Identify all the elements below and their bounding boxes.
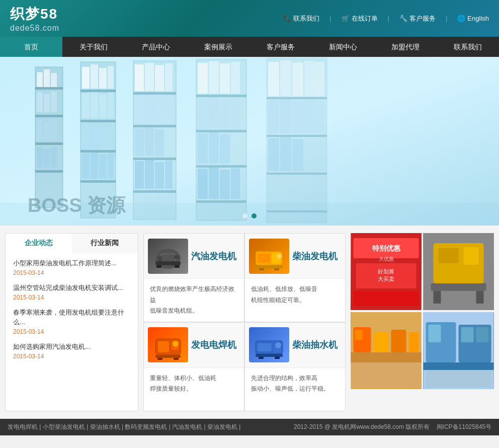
svg-rect-20 bbox=[80, 90, 116, 92]
product-desc-gasoline: 优良的燃烧效率产生极高经济效益低噪音发电机组。 bbox=[144, 279, 244, 322]
svg-rect-49 bbox=[145, 95, 154, 123]
banner-dot-2[interactable] bbox=[252, 213, 257, 218]
svg-rect-27 bbox=[108, 66, 114, 89]
svg-rect-35 bbox=[82, 154, 90, 179]
news-title-3[interactable]: 如何选购家用汽油发电机... bbox=[13, 342, 130, 351]
nav-item-about[interactable]: 关于我们 bbox=[62, 37, 125, 57]
svg-rect-110 bbox=[259, 268, 264, 270]
phone-icon: 📞 bbox=[283, 15, 291, 22]
nav-item-home[interactable]: 首页 bbox=[0, 37, 62, 57]
svg-text:大买卖: 大买卖 bbox=[378, 276, 394, 282]
news-date-0: 2015-03-14 bbox=[13, 269, 130, 276]
header-link-contact[interactable]: 📞 联系我们 bbox=[283, 14, 319, 23]
svg-rect-82 bbox=[267, 173, 327, 175]
photo-box-3[interactable] bbox=[351, 312, 422, 389]
svg-rect-13 bbox=[37, 120, 43, 140]
product-cell-pump[interactable]: 柴油抽水机 先进合理的结构，效率高振动小、噪声低，运行平稳。 bbox=[244, 322, 346, 411]
news-tab-industry[interactable]: 行业新闻 bbox=[72, 234, 138, 254]
banner-dot-1[interactable] bbox=[242, 213, 247, 218]
product-cell-diesel[interactable]: 柴油发电机 低油耗、低排放、低噪音机组性能稳定可靠。 bbox=[244, 233, 346, 322]
svg-rect-94 bbox=[268, 138, 279, 171]
product-title-cn-pump: 柴油抽水机 bbox=[292, 339, 341, 351]
footer-link-pump[interactable]: 柴油抽水机 bbox=[90, 423, 120, 430]
footer-link-inverter[interactable]: 数码变频发电机 bbox=[125, 423, 167, 430]
product-image-gasoline bbox=[148, 239, 188, 274]
wrench-icon: 🔧 bbox=[399, 15, 407, 22]
photo-box-1[interactable]: 特别优惠 大优惠 好划算 大买卖 bbox=[351, 233, 422, 310]
svg-point-123 bbox=[275, 342, 281, 348]
header-top: 织梦58 dede58.com 📞 联系我们 | 🛒 在线订单 | 🔧 客户服务… bbox=[0, 0, 499, 37]
nav-item-products[interactable]: 产品中心 bbox=[125, 37, 187, 57]
product-img-row-diesel: 柴油发电机 bbox=[245, 234, 345, 279]
svg-rect-66 bbox=[220, 63, 230, 94]
product-title-cn-diesel: 柴油发电机 bbox=[292, 250, 341, 262]
product-image-pump bbox=[249, 327, 289, 362]
svg-rect-68 bbox=[198, 98, 208, 128]
svg-rect-101 bbox=[158, 256, 162, 261]
svg-rect-156 bbox=[424, 362, 494, 370]
photo-row-top: 特别优惠 大优惠 好划算 大买卖 bbox=[351, 233, 494, 310]
svg-rect-37 bbox=[99, 155, 107, 179]
main-content: 企业动态 行业新闻 小型家用柴油发电机工作原理简述... 2015-03-14 … bbox=[0, 226, 499, 419]
product-title-gasoline: 汽油发电机 bbox=[191, 250, 240, 262]
nav-item-contact[interactable]: 联系我们 bbox=[437, 37, 499, 57]
svg-rect-65 bbox=[209, 61, 219, 94]
svg-rect-17 bbox=[44, 149, 50, 168]
header-links: 📞 联系我们 | 🛒 在线订单 | 🔧 客户服务 | 🌐 English bbox=[283, 14, 489, 23]
product-title-welder: 发电电焊机 bbox=[191, 339, 240, 351]
footer-link-small-diesel[interactable]: 小型柴油发电机 bbox=[43, 423, 85, 430]
cart-icon: 🛒 bbox=[342, 15, 350, 22]
svg-rect-41 bbox=[133, 125, 176, 127]
svg-rect-109 bbox=[256, 265, 283, 268]
logo-area: 织梦58 dede58.com bbox=[10, 5, 59, 33]
footer-link-diesel[interactable]: 柴油发电机 bbox=[207, 423, 237, 430]
svg-rect-16 bbox=[37, 147, 43, 168]
products-panel: 汽油发电机 优良的燃烧效率产生极高经济效益低噪音发电机组。 bbox=[143, 233, 346, 411]
svg-rect-118 bbox=[174, 358, 179, 360]
footer-link-welder[interactable]: 发电电焊机 bbox=[8, 423, 38, 430]
photo-box-2[interactable] bbox=[423, 233, 494, 310]
svg-rect-124 bbox=[256, 354, 283, 357]
news-tab-company[interactable]: 企业动态 bbox=[6, 234, 72, 254]
nav-item-customer[interactable]: 客户服务 bbox=[250, 37, 312, 57]
nav-item-news[interactable]: 新闻中心 bbox=[312, 37, 374, 57]
header-link-english[interactable]: 🌐 English bbox=[457, 15, 489, 22]
svg-rect-52 bbox=[135, 128, 144, 156]
news-title-0[interactable]: 小型家用柴油发电机工作原理简述... bbox=[13, 259, 130, 268]
footer-link-gasoline[interactable]: 汽油发电机 bbox=[172, 423, 202, 430]
svg-rect-21 bbox=[80, 120, 116, 122]
product-title-pump: 柴油抽水机 bbox=[292, 339, 341, 351]
svg-rect-31 bbox=[108, 93, 114, 118]
svg-rect-50 bbox=[155, 97, 164, 123]
svg-rect-33 bbox=[91, 122, 98, 148]
photo-box-4[interactable] bbox=[423, 312, 494, 389]
svg-rect-63 bbox=[196, 200, 246, 203]
svg-point-112 bbox=[277, 254, 282, 259]
svg-rect-74 bbox=[220, 134, 230, 164]
svg-rect-32 bbox=[82, 123, 90, 148]
header-english-label: English bbox=[467, 15, 489, 22]
svg-rect-148 bbox=[351, 352, 422, 362]
header-link-service[interactable]: 🔧 客户服务 bbox=[399, 14, 436, 23]
svg-rect-56 bbox=[145, 160, 154, 189]
product-cell-gasoline[interactable]: 汽油发电机 优良的燃烧效率产生极高经济效益低噪音发电机组。 bbox=[143, 233, 244, 322]
svg-rect-36 bbox=[91, 153, 98, 179]
header-link-order[interactable]: 🛒 在线订单 bbox=[342, 14, 378, 23]
svg-rect-58 bbox=[165, 161, 173, 189]
news-item-0: 小型家用柴油发电机工作原理简述... 2015-03-14 bbox=[13, 259, 130, 276]
svg-rect-40 bbox=[133, 92, 176, 95]
product-desc-welder: 重量轻、体积小、低油耗焊接质量较好。 bbox=[144, 368, 244, 411]
svg-rect-134 bbox=[354, 291, 419, 306]
footer-copyright: 2012-2015 @ 发电机网www.dede58.com 版权所有 闽ICP… bbox=[294, 423, 491, 431]
nav-item-join[interactable]: 加盟代理 bbox=[374, 37, 437, 57]
svg-rect-47 bbox=[165, 63, 173, 91]
product-cell-welder[interactable]: 发电电焊机 重量轻、体积小、低油耗焊接质量较好。 bbox=[143, 322, 244, 411]
news-date-2: 2015-03-14 bbox=[13, 328, 130, 335]
news-title-2[interactable]: 春季寒潮来袭，使用发电机组要注意什么... bbox=[13, 308, 130, 326]
news-title-1[interactable]: 温州空管站完成柴油发电机安装调试... bbox=[13, 283, 130, 292]
product-image-welder bbox=[148, 327, 188, 362]
products-grid: 汽油发电机 优良的燃烧效率产生极高经济效益低噪音发电机组。 bbox=[143, 233, 346, 411]
svg-rect-155 bbox=[476, 327, 489, 342]
nav-item-cases[interactable]: 案例展示 bbox=[187, 37, 250, 57]
svg-rect-126 bbox=[275, 357, 280, 359]
